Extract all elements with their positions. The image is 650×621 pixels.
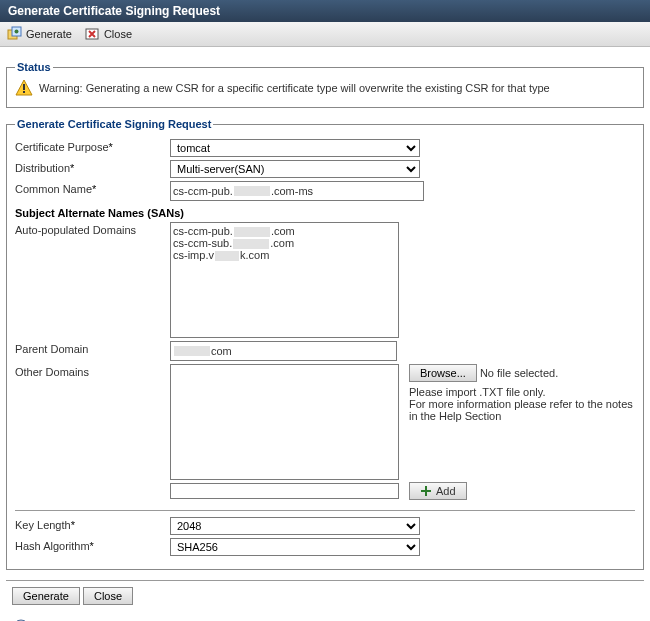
auto-domains-list[interactable]: cs-ccm-pub..com cs-ccm-sub..com cs-imp.v… [170, 222, 399, 338]
add-button[interactable]: Add [409, 482, 467, 500]
list-item: cs-imp.vk.com [173, 249, 396, 261]
toolbar-generate-button[interactable]: Generate [6, 26, 72, 42]
parent-domain-label: Parent Domain [15, 341, 170, 355]
status-warning-row: Warning: Generating a new CSR for a spec… [15, 79, 635, 97]
key-length-select[interactable]: 2048 [170, 517, 420, 535]
other-domains-label: Other Domains [15, 364, 170, 378]
other-domain-input[interactable] [170, 483, 399, 499]
svg-point-2 [15, 30, 19, 34]
distribution-label: Distribution [15, 160, 170, 174]
key-length-label: Key Length [15, 517, 170, 531]
status-warning-text: Warning: Generating a new CSR for a spec… [39, 82, 550, 94]
redacted-text [234, 186, 270, 196]
common-name-suffix: .com-ms [271, 185, 313, 197]
hash-algorithm-select[interactable]: SHA256 [170, 538, 420, 556]
svg-rect-7 [421, 490, 431, 492]
toolbar-close-label: Close [104, 28, 132, 40]
hash-algorithm-label: Hash Algorithm [15, 538, 170, 552]
certificate-purpose-label: Certificate Purpose [15, 139, 170, 153]
warning-icon [15, 79, 33, 97]
common-name-input[interactable]: cs-ccm-pub. .com-ms [170, 181, 424, 201]
list-item: cs-ccm-sub..com [173, 237, 396, 249]
window-title: Generate Certificate Signing Request [8, 4, 220, 18]
generate-icon [6, 26, 22, 42]
common-name-prefix: cs-ccm-pub. [173, 185, 233, 197]
status-legend: Status [15, 61, 53, 73]
csr-fieldset: Generate Certificate Signing Request Cer… [6, 118, 644, 570]
separator [6, 580, 644, 581]
no-file-text: No file selected. [480, 367, 558, 379]
close-icon [84, 26, 100, 42]
toolbar-generate-label: Generate [26, 28, 72, 40]
add-button-label: Add [436, 485, 456, 497]
other-domains-textarea[interactable] [170, 364, 399, 480]
list-item: cs-ccm-pub..com [173, 225, 396, 237]
import-hint-2: For more information please refer to the… [409, 398, 635, 422]
status-fieldset: Status Warning: Generating a new CSR for… [6, 61, 644, 108]
plus-icon [420, 485, 432, 497]
auto-domains-label: Auto-populated Domains [15, 222, 170, 236]
san-heading: Subject Alternate Names (SANs) [15, 207, 635, 219]
redacted-text [174, 346, 210, 356]
import-hint-1: Please import .TXT file only. [409, 386, 635, 398]
generate-button[interactable]: Generate [12, 587, 80, 605]
svg-rect-5 [23, 91, 25, 93]
parent-domain-input[interactable]: com [170, 341, 397, 361]
svg-rect-4 [23, 84, 25, 90]
csr-legend: Generate Certificate Signing Request [15, 118, 213, 130]
window-titlebar: Generate Certificate Signing Request [0, 0, 650, 22]
parent-domain-suffix: com [211, 345, 232, 357]
toolbar-close-button[interactable]: Close [84, 26, 132, 42]
toolbar: Generate Close [0, 22, 650, 47]
separator [15, 510, 635, 511]
common-name-label: Common Name [15, 181, 170, 195]
close-button[interactable]: Close [83, 587, 133, 605]
browse-button[interactable]: Browse... [409, 364, 477, 382]
certificate-purpose-select[interactable]: tomcat [170, 139, 420, 157]
distribution-select[interactable]: Multi-server(SAN) [170, 160, 420, 178]
